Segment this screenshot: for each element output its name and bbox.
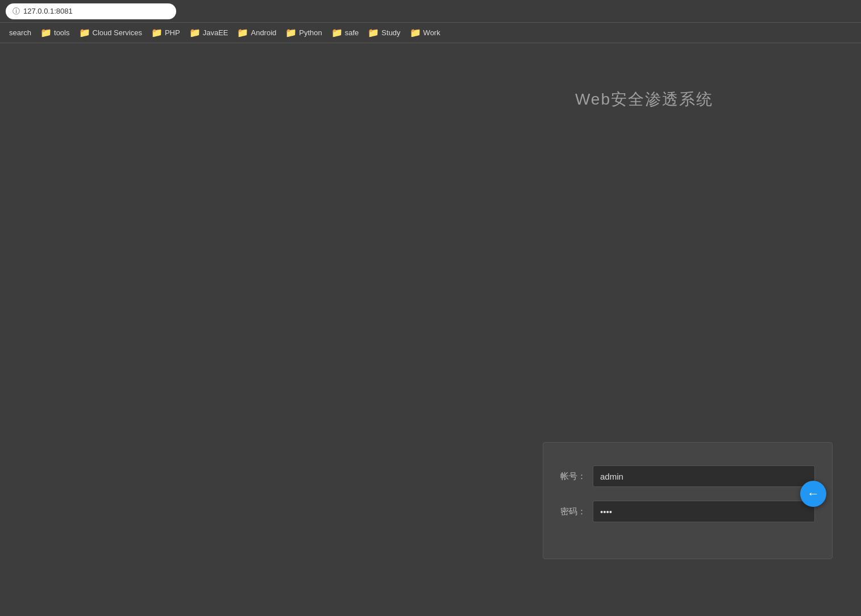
- bookmark-safe[interactable]: 📁 safe: [327, 26, 364, 40]
- username-label: 帐号：: [560, 471, 586, 482]
- folder-icon-safe: 📁: [331, 27, 343, 38]
- username-group: 帐号：: [560, 465, 815, 487]
- arrow-left-icon: ←: [807, 486, 820, 501]
- address-bar[interactable]: ⓘ 127.0.0.1:8081: [6, 3, 176, 19]
- folder-icon-php: 📁: [151, 27, 163, 38]
- folder-icon-javaee: 📁: [189, 27, 201, 38]
- bookmark-cloud-services-label: Cloud Services: [93, 28, 142, 37]
- bookmark-android[interactable]: 📁 Android: [232, 26, 281, 40]
- password-input[interactable]: [593, 501, 815, 522]
- bookmark-search-label: search: [9, 28, 31, 37]
- bookmark-search[interactable]: search: [5, 27, 36, 39]
- bookmark-python-label: Python: [299, 28, 322, 37]
- bookmarks-bar: search 📁 tools 📁 Cloud Services 📁 PHP 📁 …: [0, 23, 861, 43]
- bookmark-work[interactable]: 📁 Work: [405, 26, 445, 40]
- bookmark-javaee-label: JavaEE: [203, 28, 228, 37]
- address-text[interactable]: 127.0.0.1:8081: [23, 7, 73, 15]
- bookmark-php-label: PHP: [165, 28, 180, 37]
- bookmark-study[interactable]: 📁 Study: [363, 26, 405, 40]
- password-label: 密码：: [560, 506, 586, 517]
- username-input[interactable]: [593, 465, 815, 487]
- page-title: Web安全渗透系统: [575, 89, 713, 110]
- submit-button[interactable]: ←: [800, 481, 826, 507]
- folder-icon-cloud: 📁: [79, 27, 90, 38]
- bookmark-work-label: Work: [423, 28, 440, 37]
- folder-icon-work: 📁: [410, 27, 421, 38]
- bookmark-tools-label: tools: [54, 28, 69, 37]
- address-bar-row: ⓘ 127.0.0.1:8081: [0, 0, 861, 23]
- form-wrapper: 帐号： 密码： ←: [560, 465, 815, 522]
- bookmark-study-label: Study: [381, 28, 400, 37]
- bookmark-tools[interactable]: 📁 tools: [36, 26, 74, 40]
- bookmark-python[interactable]: 📁 Python: [281, 26, 326, 40]
- login-container: 帐号： 密码： ←: [543, 442, 833, 559]
- bookmark-javaee[interactable]: 📁 JavaEE: [185, 26, 233, 40]
- main-content: Web安全渗透系统 帐号： 密码： ←: [0, 43, 861, 616]
- bookmark-safe-label: safe: [345, 28, 359, 37]
- folder-icon-study: 📁: [368, 27, 379, 38]
- folder-icon-tools: 📁: [40, 27, 52, 38]
- bookmark-cloud-services[interactable]: 📁 Cloud Services: [74, 26, 147, 40]
- info-icon: ⓘ: [13, 6, 20, 16]
- folder-icon-python: 📁: [285, 27, 297, 38]
- password-group: 密码：: [560, 501, 815, 522]
- bookmark-php[interactable]: 📁 PHP: [147, 26, 185, 40]
- folder-icon-android: 📁: [237, 27, 248, 38]
- bookmark-android-label: Android: [251, 28, 276, 37]
